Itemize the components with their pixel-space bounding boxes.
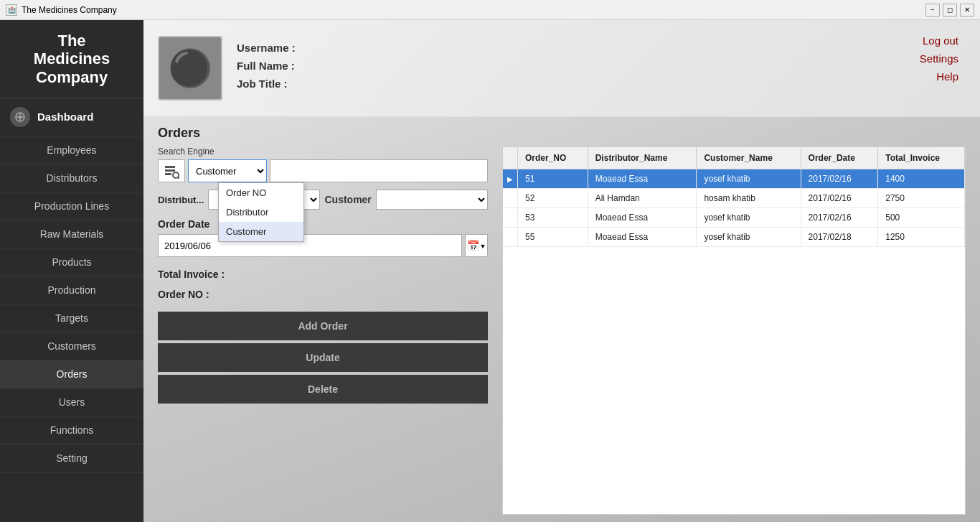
username-label: Username :	[237, 42, 296, 54]
titlebar: 🏥 The Medicines Company − ◻ ✕	[0, 0, 980, 20]
fullname-row: Full Name :	[237, 60, 296, 72]
restore-button[interactable]: ◻	[943, 4, 957, 17]
sidebar-item-functions[interactable]: Functions	[0, 416, 143, 444]
avatar-silhouette: ⚫	[168, 47, 212, 89]
cell-customer: yosef khatib	[697, 169, 801, 189]
cell-date: 2017/02/16	[801, 189, 878, 208]
sidebar-item-targets[interactable]: Targets	[0, 304, 143, 332]
close-button[interactable]: ✕	[960, 4, 974, 17]
cell-distributor: Moaead Essa	[588, 228, 697, 247]
sidebar-label-targets: Targets	[55, 312, 88, 324]
sidebar-item-orders[interactable]: Orders	[0, 360, 143, 388]
sidebar-label-products: Products	[52, 256, 91, 268]
col-total-invoice: Total_Invoice	[878, 147, 965, 169]
search-engine-label: Search Engine	[158, 146, 488, 157]
cell-total: 500	[878, 208, 965, 228]
minimize-button[interactable]: −	[925, 4, 940, 17]
customer-select[interactable]	[376, 190, 488, 210]
sidebar-item-dashboard[interactable]: Dashboard	[0, 98, 143, 136]
fullname-label: Full Name :	[237, 60, 295, 72]
cell-distributor: Ali Hamdan	[588, 189, 697, 208]
settings-button[interactable]: Settings	[920, 52, 958, 65]
cell-customer: yosef khatib	[697, 228, 801, 247]
row-arrow	[503, 189, 518, 208]
orders-table: Order_NO Distributor_Name Customer_Name …	[503, 147, 965, 247]
svg-line-10	[178, 177, 179, 179]
calendar-icon: 📅	[467, 240, 479, 251]
table-row[interactable]: 53Moaead Essayosef khatib2017/02/16500	[503, 208, 965, 228]
cell-total: 2750	[878, 189, 965, 208]
sidebar-item-employees[interactable]: Employees	[0, 136, 143, 164]
cell-distributor: Moaead Essa	[588, 169, 697, 189]
sidebar-item-production[interactable]: Production	[0, 276, 143, 304]
table-row[interactable]: 55Moaead Essayosef khatib2017/02/181250	[503, 228, 965, 247]
order-date-label: Order Date	[158, 218, 488, 230]
cell-order_no: 55	[518, 228, 588, 247]
avatar: ⚫	[158, 36, 222, 101]
orders-content: Search Engine	[143, 146, 980, 522]
sidebar-label-employees: Employees	[47, 144, 96, 156]
date-input[interactable]	[158, 234, 462, 257]
left-panel: Search Engine	[158, 146, 488, 515]
sidebar-logo: TheMedicinesCompany	[0, 20, 143, 98]
header-actions: Log out Settings Help	[920, 34, 958, 83]
table-row[interactable]: ▶51Moaead Essayosef khatib2017/02/161400	[503, 169, 965, 189]
sidebar-label-production-lines: Production Lines	[34, 200, 109, 212]
table-row[interactable]: 52Ali Hamdanhosam khatib2017/02/162750	[503, 189, 965, 208]
sidebar-item-setting[interactable]: Setting	[0, 444, 143, 472]
dropdown-item-distributor[interactable]: Distributor	[219, 202, 303, 222]
jobtitle-row: Job Title :	[237, 78, 296, 90]
svg-rect-6	[165, 166, 175, 168]
distributor-field-label: Distribut...	[158, 195, 204, 205]
sidebar-label-orders: Orders	[57, 368, 88, 380]
help-button[interactable]: Help	[936, 70, 958, 83]
cell-total: 1400	[878, 169, 965, 189]
page-title: Orders	[143, 117, 980, 146]
update-button[interactable]: Update	[158, 343, 488, 372]
search-text-input[interactable]	[270, 159, 488, 182]
sidebar-label-customers: Customers	[47, 340, 96, 352]
header: ⚫ Username : Full Name : Job Title : Log…	[143, 20, 980, 117]
sidebar-item-raw-materials[interactable]: Raw Materials	[0, 220, 143, 248]
delete-button[interactable]: Delete	[158, 375, 488, 404]
orders-tbody: ▶51Moaead Essayosef khatib2017/02/161400…	[503, 169, 965, 247]
sidebar-label-production: Production	[48, 284, 96, 296]
cell-customer: yosef khatib	[697, 208, 801, 228]
cell-distributor: Moaead Essa	[588, 208, 697, 228]
table-container: Order_NO Distributor_Name Customer_Name …	[503, 147, 965, 514]
dropdown-item-customer[interactable]: Customer	[219, 222, 303, 241]
sidebar-item-customers[interactable]: Customers	[0, 332, 143, 360]
cell-order_no: 53	[518, 208, 588, 228]
table-header-row: Order_NO Distributor_Name Customer_Name …	[503, 147, 965, 169]
svg-point-9	[173, 172, 179, 178]
sidebar-item-products[interactable]: Products	[0, 248, 143, 276]
header-info: Username : Full Name : Job Title :	[237, 42, 296, 95]
cell-date: 2017/02/16	[801, 169, 878, 189]
add-order-button[interactable]: Add Order	[158, 312, 488, 340]
app-body: TheMedicinesCompany Dashboard Employees …	[0, 20, 980, 522]
cell-order_no: 52	[518, 189, 588, 208]
search-icon-box[interactable]	[158, 159, 185, 182]
page-inner: Orders Search Engine	[143, 117, 980, 522]
sidebar-item-users[interactable]: Users	[0, 388, 143, 416]
logout-button[interactable]: Log out	[923, 34, 958, 47]
total-invoice-label: Total Invoice :	[158, 269, 488, 280]
dropdown-item-order-no[interactable]: Order NO	[219, 183, 303, 202]
titlebar-controls[interactable]: − ◻ ✕	[925, 4, 974, 17]
sidebar-label-functions: Functions	[50, 424, 94, 436]
search-select[interactable]: Order NO Distributor Customer	[188, 159, 267, 182]
order-no-label: Order NO :	[158, 289, 488, 300]
sidebar-label-raw-materials: Raw Materials	[40, 228, 104, 240]
svg-rect-8	[165, 173, 171, 175]
col-order-no: Order_NO	[518, 147, 588, 169]
dropdown-arrow-icon: ▼	[480, 243, 486, 250]
date-picker-button[interactable]: 📅 ▼	[465, 234, 488, 257]
titlebar-left: 🏥 The Medicines Company	[6, 4, 117, 16]
sidebar-item-distributors[interactable]: Distributors	[0, 164, 143, 192]
username-row: Username :	[237, 42, 296, 54]
col-arrow	[503, 147, 518, 169]
sidebar-item-production-lines[interactable]: Production Lines	[0, 192, 143, 220]
app-title: The Medicines Company	[22, 5, 117, 15]
sidebar: TheMedicinesCompany Dashboard Employees …	[0, 20, 143, 522]
jobtitle-label: Job Title :	[237, 78, 288, 90]
